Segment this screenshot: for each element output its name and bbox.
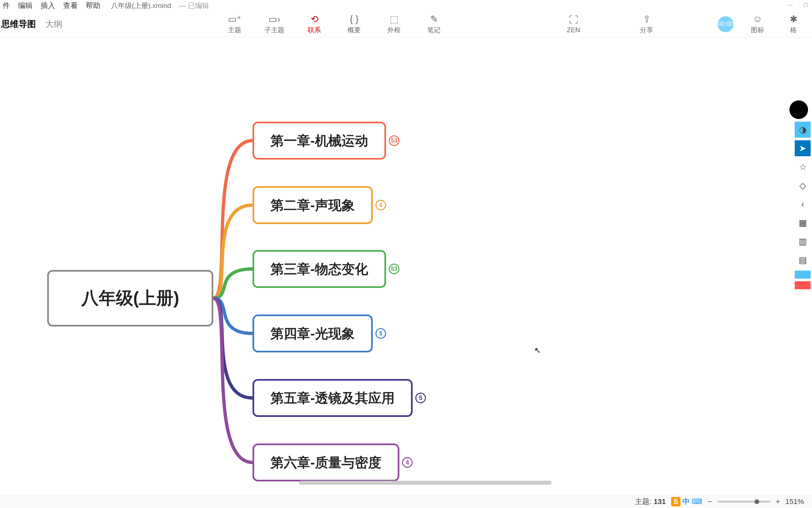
menu-file[interactable]: 件 (3, 1, 10, 11)
menu-view[interactable]: 查看 (63, 1, 78, 11)
mindmap-node-chapter4[interactable]: 第四章-光现象 (252, 314, 373, 352)
tab-outline[interactable]: 大纲 (45, 18, 62, 30)
horizontal-scrollbar[interactable] (299, 481, 552, 485)
zoom-out-icon[interactable]: − (708, 497, 712, 506)
tool-subtopic[interactable]: ▭›子主题 (262, 14, 286, 35)
emoji-icon: ☺ (753, 14, 763, 24)
side-tool-2[interactable]: ➤ (795, 140, 811, 156)
node-count-badge[interactable]: 4 (402, 457, 413, 468)
mindmap-connections (0, 37, 812, 499)
tool-relation[interactable]: ⟲联系 (302, 14, 326, 35)
tool-summary[interactable]: { }概要 (342, 14, 366, 35)
node-count-badge[interactable]: 5 (415, 393, 426, 403)
node-count-badge[interactable]: 53 (389, 135, 399, 146)
note-icon: ✎ (430, 14, 438, 24)
toolbar: 思维导图 大纲 ▭⁺主题 ▭›子主题 ⟲联系 { }概要 ⬚外框 ✎笔记 ⛶ZE… (0, 11, 812, 37)
tool-format[interactable]: ✱格 (781, 14, 805, 35)
document-filename: 八年级(上册).xmind (111, 1, 171, 10)
share-icon: ⇪ (643, 14, 651, 24)
side-color-swatch-blue[interactable] (795, 270, 811, 279)
side-tool-3[interactable]: ☆ (795, 159, 811, 175)
maximize-icon[interactable]: ☐ (803, 2, 808, 8)
tool-note[interactable]: ✎笔记 (422, 14, 446, 35)
tab-mindmap[interactable]: 思维导图 (1, 18, 36, 30)
boundary-icon: ⬚ (390, 14, 398, 24)
tool-emoji[interactable]: ☺图标 (746, 14, 769, 35)
topic-count-label: 主题: 131 (635, 497, 666, 507)
zoom-in-icon[interactable]: + (776, 497, 780, 506)
side-panel-toggle[interactable] (790, 100, 808, 119)
summary-icon: { } (350, 14, 359, 24)
statusbar: 主题: 131 S 中 ⌨ − + 151% (0, 495, 812, 508)
side-tool-1[interactable]: ◑ (795, 122, 811, 138)
menubar: 件 编辑 插入 查看 帮助 八年级(上册).xmind — 已编辑 (0, 0, 812, 11)
menu-edit[interactable]: 编辑 (18, 1, 33, 11)
tool-topic[interactable]: ▭⁺主题 (223, 14, 246, 35)
ime-cn-icon: 中 (682, 497, 690, 507)
cursor-icon: ↖ (534, 346, 541, 355)
ime-s-icon: S (671, 497, 680, 506)
record-timer-badge[interactable]: 00:00 (718, 16, 733, 32)
zoom-thumb[interactable] (755, 499, 759, 504)
subtopic-icon: ▭› (269, 14, 280, 24)
node-count-badge[interactable]: 5 (375, 328, 386, 339)
side-tool-7[interactable]: ▥ (795, 234, 811, 249)
node-count-badge[interactable]: 4 (375, 200, 386, 210)
side-tool-6[interactable]: ▦ (795, 215, 811, 231)
menu-insert[interactable]: 插入 (41, 1, 55, 11)
mindmap-node-chapter6[interactable]: 第六章-质量与密度 (252, 443, 399, 481)
zen-icon: ⛶ (569, 14, 578, 25)
side-tool-4[interactable]: ◇ (795, 177, 811, 194)
side-tool-panel: ◑ ➤ ☆ ◇ ‹ ▦ ▥ ▤ (794, 122, 812, 289)
mindmap-node-chapter2[interactable]: 第二章-声现象 (252, 186, 373, 224)
minimize-icon[interactable]: — (787, 2, 793, 8)
ime-keyboard-icon: ⌨ (692, 497, 702, 506)
relation-icon: ⟲ (311, 14, 318, 24)
zoom-slider[interactable] (717, 501, 770, 503)
topic-icon: ▭⁺ (228, 14, 242, 24)
zoom-level[interactable]: 151% (785, 497, 804, 506)
mindmap-canvas[interactable]: 八年级(上册) 第一章-机械运动 第二章-声现象 第三章-物态变化 第四章-光现… (0, 37, 812, 499)
tool-zen[interactable]: ⛶ZEN (562, 14, 585, 34)
tool-share[interactable]: ⇪分享 (634, 14, 659, 35)
mindmap-root-node[interactable]: 八年级(上册) (47, 270, 213, 327)
window-controls: — ☐ (787, 2, 808, 8)
tool-boundary[interactable]: ⬚外框 (382, 14, 406, 35)
format-icon: ✱ (790, 14, 797, 24)
mindmap-node-chapter3[interactable]: 第三章-物态变化 (252, 250, 386, 288)
side-color-swatch-red[interactable] (795, 281, 811, 289)
ime-indicator[interactable]: S 中 ⌨ (671, 497, 702, 507)
mindmap-node-chapter1[interactable]: 第一章-机械运动 (252, 122, 386, 160)
menu-help[interactable]: 帮助 (86, 1, 100, 11)
side-tool-8[interactable]: ▤ (795, 252, 811, 268)
document-status: — 已编辑 (179, 1, 209, 10)
mindmap-node-chapter5[interactable]: 第五章-透镜及其应用 (252, 379, 413, 417)
side-tool-5[interactable]: ‹ (795, 196, 811, 212)
node-count-badge[interactable]: 53 (389, 264, 399, 274)
